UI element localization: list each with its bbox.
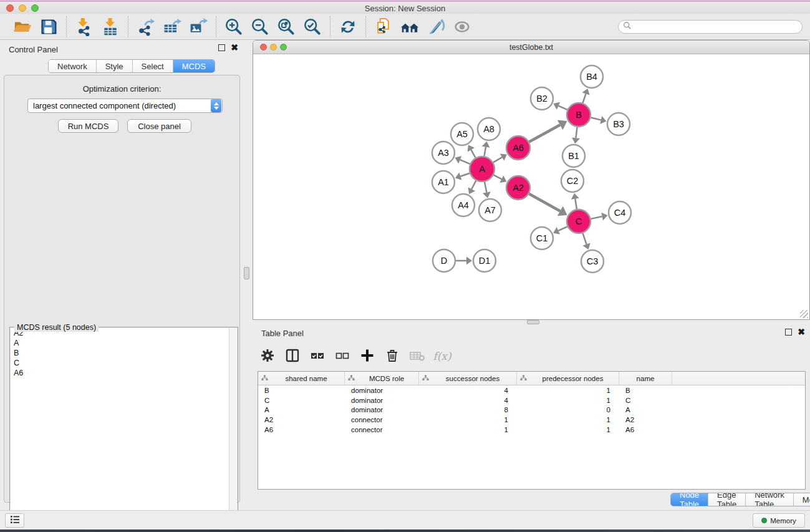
mcds-result-scrollbar[interactable] [229,328,237,532]
run-mcds-button[interactable]: Run MCDS [58,119,118,133]
edge-C-C1[interactable] [558,226,567,231]
table-row[interactable]: Cdominator41C [258,395,805,405]
tab-edge-table[interactable]: Edge Table [708,493,746,506]
edge-A-A7[interactable] [485,182,486,193]
tab-network-table[interactable]: Network Table [746,493,794,506]
edge-A-A2[interactable] [494,175,502,180]
network-window-titlebar[interactable]: testGlobe.txt [253,41,809,54]
resize-grip-icon[interactable] [800,310,808,318]
edge-B-B3[interactable] [591,118,600,120]
node-label-A7: A7 [485,205,496,215]
edge-A2-C[interactable] [529,194,560,211]
table-row[interactable]: Adominator80A [258,405,805,415]
zoom-in-button[interactable] [223,16,245,37]
edge-B-B2[interactable] [559,106,567,110]
export-image-button[interactable] [187,16,210,37]
column-header-successor-nodes[interactable]: successor nodes [419,372,517,385]
edge-A-A4[interactable] [471,181,476,190]
tab-style[interactable]: Style [97,60,133,72]
zoom-fit-button[interactable] [275,16,297,37]
node-label-B3: B3 [613,119,624,129]
ndex-home-button[interactable] [398,16,421,37]
network-graph[interactable]: AA1A2A3A4A5A6A7A8BB1B2B3B4CC1C2C3C4DD1 [253,54,809,319]
export-table-button[interactable] [161,16,183,37]
edge-A-A3[interactable] [460,160,470,164]
column-header-name[interactable]: name [619,372,672,385]
table-row[interactable]: A6connector11A6 [258,425,805,435]
column-header-predecessor-nodes[interactable]: predecessor nodes [517,372,619,385]
column-header-shared-name[interactable]: shared name [258,372,345,385]
zoom-selected-button[interactable] [301,16,324,37]
graphics-details-button[interactable] [425,16,447,37]
mcds-result-item[interactable]: A6 [11,368,229,378]
search-input[interactable] [632,22,794,31]
tab-network[interactable]: Network [49,60,97,72]
mcds-result-list[interactable]: A2ABCA6 [11,328,229,532]
edge-B-B1[interactable] [576,127,577,138]
delete-row-button[interactable] [382,346,402,366]
save-session-button[interactable] [37,16,60,37]
edge-C-C2[interactable] [575,199,577,210]
select-all-button[interactable] [307,346,327,366]
task-history-button[interactable] [5,513,24,528]
column-header-MCDS-role[interactable]: MCDS role [345,372,419,385]
mcds-result-item[interactable]: B [11,348,229,358]
tab-mcds[interactable]: MCDS [173,60,215,72]
edge-C-C4[interactable] [591,216,602,219]
criterion-dropdown[interactable]: largest connected component (directed) [27,99,223,113]
export-network-button[interactable] [135,16,157,37]
table-row[interactable]: Bdominator41B [258,385,805,395]
float-table-panel-icon[interactable] [785,329,792,336]
tab-motifs[interactable]: Motifs [794,493,810,506]
table-cell: connector [345,426,419,433]
node-label-B: B [576,110,582,120]
edge-B-B4[interactable] [583,94,586,103]
show-hide-button[interactable] [451,16,473,37]
close-panel-button[interactable]: Close panel [127,119,191,133]
show-columns-button[interactable] [282,346,302,366]
mcds-result-item[interactable]: C [11,358,229,368]
cyndex-button[interactable] [372,16,395,37]
open-session-button[interactable] [11,16,34,37]
edge-A6-B[interactable] [529,125,561,142]
export-network-icon [137,17,155,36]
table-row[interactable]: A2connector11A2 [258,415,805,425]
search-field[interactable] [618,20,803,34]
gear-icon [260,348,275,365]
table-settings-button[interactable] [258,346,277,366]
function-builder-button[interactable]: f(x) [432,346,452,366]
arrowhead-icon [482,142,490,148]
table-panel-title: Table Panel [261,329,304,338]
function-builder-icon: f(x) [433,350,451,362]
edge-A-A6[interactable] [493,157,502,162]
tab-node-table[interactable]: Node Table [671,493,708,506]
zoom-out-button[interactable] [249,16,271,37]
memory-button[interactable]: Memory [753,513,805,528]
edge-A-A8[interactable] [485,147,486,157]
close-table-panel-icon[interactable]: ✖ [798,329,805,336]
table-body: Bdominator41BCdominator41CAdominator80AA… [258,385,805,435]
tab-select[interactable]: Select [133,60,173,72]
add-row-button[interactable] [357,346,377,366]
edge-A-A1[interactable] [460,173,470,177]
search-icon [623,21,632,32]
import-network-button[interactable] [73,16,95,37]
add-row-icon [360,348,375,365]
edge-C-C3[interactable] [583,233,587,244]
table-splitter-handle[interactable] [527,320,539,324]
arrowhead-icon [483,191,491,198]
table-cell: B [619,387,672,394]
node-table[interactable]: shared nameMCDS rolesuccessor nodesprede… [258,371,806,490]
network-canvas[interactable]: AA1A2A3A4A5A6A7A8BB1B2B3B4CC1C2C3C4DD1 [253,54,809,319]
import-table-button[interactable] [99,16,122,37]
edge-A-A5[interactable] [471,150,475,158]
mcds-result-item[interactable]: A [11,338,229,348]
network-window-title: testGlobe.txt [253,43,809,52]
float-panel-icon[interactable] [218,44,225,51]
table-cell: dominator [345,387,419,394]
refresh-layout-button[interactable] [337,16,359,37]
panel-splitter-handle[interactable] [244,267,249,279]
delete-table-button[interactable] [407,346,427,366]
close-panel-icon[interactable]: ✖ [231,44,238,51]
deselect-all-button[interactable] [332,346,352,366]
